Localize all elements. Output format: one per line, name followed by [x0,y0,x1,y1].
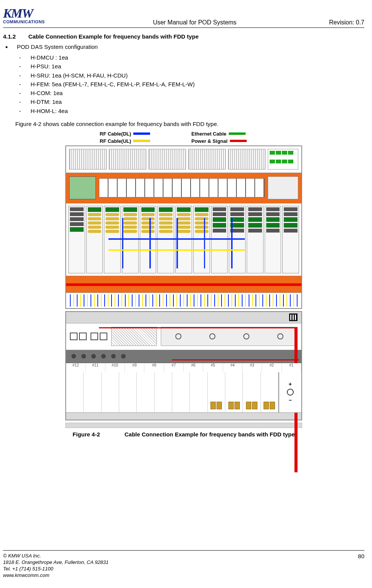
list-item: H-COM: 1ea [19,89,364,97]
dial-icon [277,333,283,339]
bullet-config-title: POD DAS System configuration [5,44,364,50]
rack2-slot-area: #12 #11 #10 #9 #8 #7 #6 #5 #4 #3 #2 #1 [66,363,301,413]
swatch-yellow [133,140,150,142]
legend-label: RF Cable(UL) [100,138,131,144]
swatch-red [230,140,247,142]
legend-power-signal: Power & Signal [191,138,268,144]
legend-ethernet: Ethernet Cable [191,131,268,137]
figure-caption-text: Cable Connection Example for frequency b… [125,431,295,438]
footer-address: 1818 E. Orangethrope Ave, Fullerton, CA … [3,559,108,566]
footer-company-block: © KMW USA Inc. 1818 E. Orangethrope Ave,… [3,553,108,579]
section-heading: 4.1.2 Cable Connection Example for frequ… [3,33,364,40]
rj45-pair [91,333,107,340]
slot-label: #5 [203,363,223,372]
list-item: H-HOM-L: 4ea [19,107,364,115]
footer-tel: Tel. +1 (714) 515-1100 [3,566,108,572]
card-module [211,206,228,273]
card-module [104,206,121,273]
card-module [175,206,192,273]
slot-label: #11 [86,363,105,372]
card-module [193,206,210,273]
slot-label: #9 [125,363,144,372]
company-logo: KMW COMMUNICATIONS [3,8,60,24]
slot-label: #7 [164,363,184,372]
spacer-strip [65,423,302,428]
list-item: H-PSU: 1ea [19,62,364,71]
slot-label: #2 [262,363,281,372]
legend-label: Ethernet Cable [191,131,226,137]
circle-icon [287,389,294,396]
card-module [265,206,281,273]
card-module [157,206,174,273]
slot-label: #1 [282,363,301,372]
logo-main-text: KMW [3,8,60,19]
rack2-port-row [66,323,301,350]
footer-copyright: © KMW USA Inc. [3,553,108,559]
slot-label: #3 [243,363,262,372]
power-outlet-icon [289,313,298,321]
fan-icon [188,149,226,170]
slot-label: #10 [105,363,125,372]
page-footer: © KMW USA Inc. 1818 E. Orangethrope Ave,… [3,550,364,579]
upper-rack-diagram [65,145,302,309]
port-grid [99,178,265,197]
legend-rf-ul: RF Cable(UL) [100,138,176,144]
fan-icon [228,149,265,170]
slot-label-row: #12 #11 #10 #9 #8 #7 #6 #5 #4 #3 #2 #1 [66,363,301,372]
fan-icon [149,149,186,170]
page-header: KMW COMMUNICATIONS User Manual for POD S… [3,8,364,28]
rack2-top-bar [66,312,301,323]
slot-label: #8 [144,363,164,372]
page-number: 80 [358,553,364,559]
rack2-bottom-strip [66,413,301,420]
list-item: H-DTM: 1ea [19,97,364,106]
list-item: H-FEM: 5ea (FEM-L-7, FEM-L-C, FEM-L-P, F… [19,80,364,89]
card-module [140,206,157,273]
list-item: H-DMCU : 1ea [19,53,364,62]
swatch-green [229,132,246,135]
rack2-dark-strip [66,350,301,363]
card-module [282,206,299,273]
card-module [68,206,85,273]
slot-label: #6 [184,363,203,372]
figure-number: Figure 4-2 [73,431,100,438]
lower-rack-diagram: #12 #11 #10 #9 #8 #7 #6 #5 #4 #3 #2 #1 [65,311,302,420]
cable-legend: RF Cable(DL) Ethernet Cable RF Cable(UL)… [65,131,302,144]
footer-web: www.kmwcomm.com [3,572,108,579]
led-status-block [268,149,298,170]
slot-label: #4 [223,363,243,372]
slot-body: + − [66,372,301,412]
card-module [229,206,246,273]
dial-icon [209,333,215,339]
red-cable-run [99,327,296,330]
legend-label: Power & Signal [191,138,228,144]
dial-icon [175,333,181,339]
rack-power-bar [66,276,301,293]
card-module [247,206,264,273]
rack-card-row [66,204,301,276]
figure-4-2: RF Cable(DL) Ethernet Cable RF Cable(UL)… [65,131,302,438]
legend-label: RF Cable(DL) [100,131,131,137]
slot-label: #12 [66,363,86,372]
rack-cable-tray [66,293,301,308]
config-list: H-DMCU : 1ea H-PSU: 1ea H-SRU: 1ea (H-SC… [19,53,364,115]
side-panel [268,176,298,199]
card-module [86,206,103,273]
fan-icon [69,149,107,170]
red-cable-run [172,359,299,360]
bullet-text: POD DAS System configuration [17,44,98,50]
rj45-pair [70,333,87,340]
fan-icon [109,149,146,170]
rack-fan-row [66,146,301,173]
logo-sub-text: COMMUNICATIONS [3,19,60,24]
figure-caption: Figure 4-2 Cable Connection Example for … [65,431,302,438]
figure-intro-paragraph: Figure 4-2 shows cable connection exampl… [15,121,364,127]
swatch-blue [133,132,150,135]
section-title: Cable Connection Example for frequency b… [28,33,199,40]
revision-label: Revision: 0.7 [329,19,365,26]
dial-icon [243,333,249,339]
document-title: User Manual for POD Systems [60,19,329,26]
legend-rf-dl: RF Cable(DL) [100,131,176,137]
list-item: H-SRU: 1ea (H-SCM, H-FAU, H-CDU) [19,71,364,80]
card-module [122,206,139,273]
